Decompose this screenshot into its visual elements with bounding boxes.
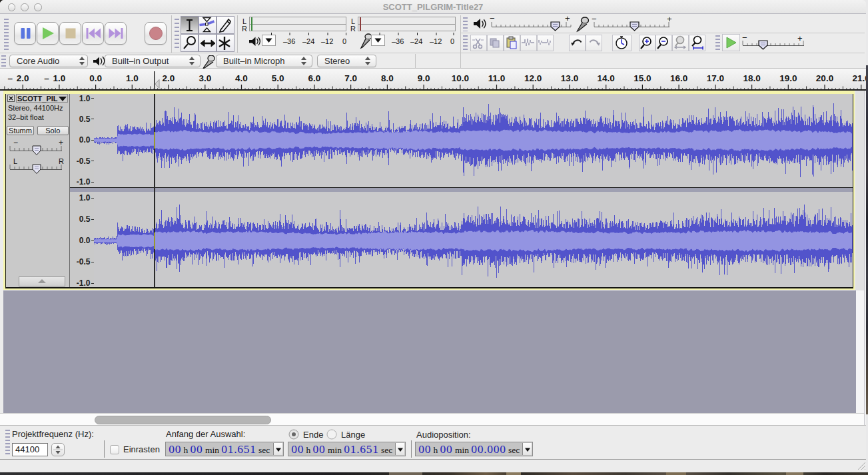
svg-text:18.0: 18.0	[743, 73, 760, 83]
svg-text:9.0: 9.0	[418, 73, 430, 83]
svg-text:–: –	[7, 73, 13, 83]
svg-text:1.0: 1.0	[53, 73, 66, 83]
svg-text:21.0: 21.0	[853, 73, 866, 83]
svg-text:4.0: 4.0	[235, 73, 248, 83]
svg-text:13.0: 13.0	[561, 73, 578, 83]
svg-text:16.0: 16.0	[670, 73, 687, 83]
svg-text:8.0: 8.0	[381, 73, 394, 83]
svg-text:R: R	[59, 157, 64, 165]
svg-text:−: −	[490, 15, 495, 23]
svg-text:2.0: 2.0	[17, 73, 29, 83]
svg-text:6.0: 6.0	[308, 73, 321, 83]
svg-text:12.0: 12.0	[524, 73, 542, 83]
svg-text:11.0: 11.0	[488, 73, 506, 83]
svg-text:–: –	[44, 73, 49, 83]
svg-text:5.0: 5.0	[272, 73, 284, 83]
svg-text:20.0: 20.0	[816, 73, 833, 83]
svg-text:19.0: 19.0	[779, 73, 797, 83]
svg-text:15.0: 15.0	[634, 73, 651, 83]
svg-text:1.0: 1.0	[126, 73, 139, 83]
svg-text:+: +	[797, 34, 803, 43]
svg-text:L: L	[13, 157, 17, 165]
svg-text:3.0: 3.0	[199, 73, 211, 83]
svg-text:−: −	[13, 138, 18, 147]
svg-text:+: +	[565, 15, 570, 23]
svg-text:10.0: 10.0	[452, 73, 469, 83]
svg-text:2.0: 2.0	[163, 73, 175, 83]
svg-text:14.0: 14.0	[598, 73, 615, 83]
svg-text:7.0: 7.0	[344, 73, 357, 83]
svg-text:+: +	[667, 15, 672, 24]
svg-text:0.0: 0.0	[89, 73, 102, 83]
svg-text:+: +	[59, 138, 63, 147]
svg-text:17.0: 17.0	[707, 73, 724, 83]
